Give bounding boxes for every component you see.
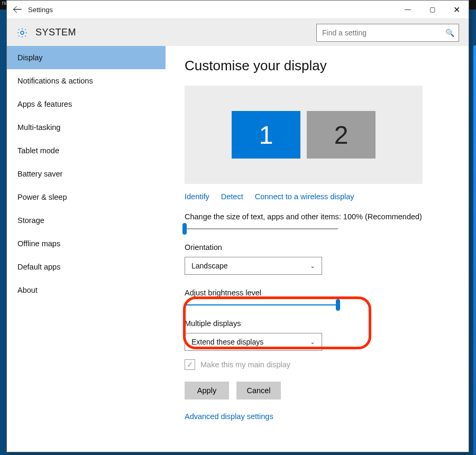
apply-button[interactable]: Apply xyxy=(185,382,229,400)
sidebar-item-label: Offline maps xyxy=(17,239,60,248)
chevron-down-icon: ⌄ xyxy=(310,338,315,346)
chevron-down-icon: ⌄ xyxy=(310,262,315,270)
sidebar: Display Notifications & actions Apps & f… xyxy=(7,46,166,452)
sidebar-item-label: About xyxy=(17,286,38,294)
sidebar-item-storage[interactable]: Storage xyxy=(7,209,166,232)
scale-slider[interactable] xyxy=(185,228,338,229)
sidebar-item-label: Multi-tasking xyxy=(17,123,60,132)
sidebar-item-label: Battery saver xyxy=(17,170,62,178)
advanced-display-settings-link[interactable]: Advanced display settings xyxy=(185,412,273,421)
brightness-label: Adjust brightness level xyxy=(185,289,454,297)
section-header: SYSTEM 🔍 xyxy=(7,18,469,46)
background-edge xyxy=(473,45,476,454)
sidebar-item-apps-features[interactable]: Apps & features xyxy=(7,92,166,116)
close-button[interactable]: ✕ xyxy=(444,1,469,18)
sidebar-item-default-apps[interactable]: Default apps xyxy=(7,255,166,278)
window-body: Display Notifications & actions Apps & f… xyxy=(7,46,469,452)
monitor-1[interactable]: 1 xyxy=(232,111,300,159)
sidebar-item-display[interactable]: Display xyxy=(7,46,166,69)
content-pane: Customise your display 1 2 Identify Dete… xyxy=(166,46,469,452)
back-arrow-icon: 🡠 xyxy=(13,4,22,15)
sidebar-item-label: Storage xyxy=(17,216,44,225)
multiple-displays-dropdown[interactable]: Extend these displays ⌄ xyxy=(185,333,322,351)
settings-window: 🡠 Settings — ▢ ✕ SYSTEM 🔍 Display Notifi… xyxy=(6,0,469,452)
slider-thumb-icon[interactable] xyxy=(182,223,187,235)
minimize-button[interactable]: — xyxy=(396,1,420,18)
main-display-checkbox: ✓ xyxy=(185,359,195,370)
page-title: Customise your display xyxy=(185,58,454,74)
search-icon: 🔍 xyxy=(445,29,454,37)
orientation-dropdown[interactable]: Landscape ⌄ xyxy=(185,257,322,275)
sidebar-item-label: Display xyxy=(17,53,43,62)
window-title: Settings xyxy=(28,6,53,14)
sidebar-item-notifications[interactable]: Notifications & actions xyxy=(7,69,166,92)
sidebar-item-about[interactable]: About xyxy=(7,278,166,302)
identify-link[interactable]: Identify xyxy=(185,192,209,201)
svg-point-0 xyxy=(21,31,24,34)
section-title: SYSTEM xyxy=(35,27,76,38)
display-arrangement[interactable]: 1 2 xyxy=(185,86,423,184)
button-row: Apply Cancel xyxy=(185,382,454,400)
monitor-2[interactable]: 2 xyxy=(307,111,376,159)
sidebar-item-label: Tablet mode xyxy=(17,146,59,155)
sidebar-item-power-sleep[interactable]: Power & sleep xyxy=(7,185,166,209)
sidebar-item-battery-saver[interactable]: Battery saver xyxy=(7,162,166,185)
gear-icon xyxy=(16,27,28,39)
sidebar-item-label: Apps & features xyxy=(17,100,72,108)
sidebar-item-label: Notifications & actions xyxy=(17,77,93,85)
orientation-value: Landscape xyxy=(191,262,228,270)
search-box[interactable]: 🔍 xyxy=(316,24,459,42)
minimize-icon: — xyxy=(405,6,411,13)
detect-link[interactable]: Detect xyxy=(221,192,243,201)
main-display-checkbox-row: ✓ Make this my main display xyxy=(185,359,454,370)
scale-label: Change the size of text, apps and other … xyxy=(185,212,454,221)
multiple-displays-value: Extend these displays xyxy=(191,338,263,346)
sidebar-item-multitasking[interactable]: Multi-tasking xyxy=(7,116,166,139)
connect-wireless-link[interactable]: Connect to a wireless display xyxy=(255,192,354,201)
close-icon: ✕ xyxy=(453,5,460,15)
brightness-slider[interactable] xyxy=(185,304,338,305)
sidebar-item-label: Power & sleep xyxy=(17,193,67,201)
orientation-label: Orientation xyxy=(185,243,454,252)
multiple-displays-label: Multiple displays xyxy=(185,319,454,328)
back-button[interactable]: 🡠 xyxy=(7,1,28,18)
cancel-button[interactable]: Cancel xyxy=(236,382,281,400)
search-input[interactable] xyxy=(321,28,445,38)
display-links: Identify Detect Connect to a wireless di… xyxy=(185,192,454,201)
sidebar-item-offline-maps[interactable]: Offline maps xyxy=(7,232,166,255)
main-display-checkbox-label: Make this my main display xyxy=(200,360,290,369)
sidebar-item-tablet-mode[interactable]: Tablet mode xyxy=(7,139,166,162)
maximize-button[interactable]: ▢ xyxy=(420,1,444,18)
window-titlebar: 🡠 Settings — ▢ ✕ xyxy=(7,1,469,18)
maximize-icon: ▢ xyxy=(429,6,435,13)
slider-thumb-icon[interactable] xyxy=(336,299,340,311)
sidebar-item-label: Default apps xyxy=(17,263,60,271)
